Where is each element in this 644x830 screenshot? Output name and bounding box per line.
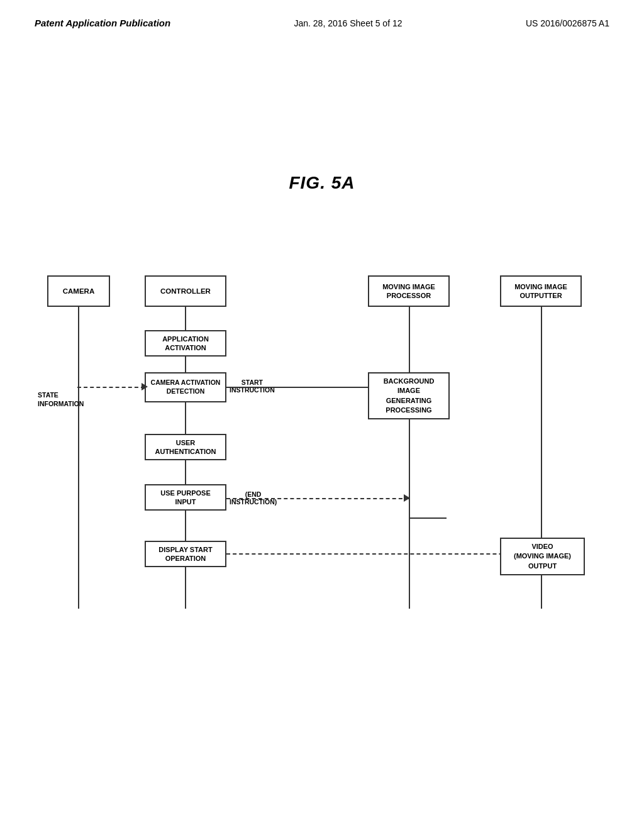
display-start-box: DISPLAY STARTOPERATION bbox=[145, 541, 226, 567]
end-instruction-arrow bbox=[226, 498, 409, 499]
figure-title: FIG. 5A bbox=[0, 173, 644, 193]
date-sheet-label: Jan. 28, 2016 Sheet 5 of 12 bbox=[294, 18, 402, 28]
camera-activation-box: CAMERA ACTIVATIONDETECTION bbox=[145, 372, 226, 402]
state-information-label: STATEINFORMATION bbox=[38, 391, 84, 408]
use-purpose-box: USE PURPOSEINPUT bbox=[145, 484, 226, 511]
end-h-line bbox=[409, 517, 447, 519]
camera-lifeline bbox=[78, 307, 79, 609]
end-instruction-arrowhead bbox=[404, 494, 410, 502]
display-start-arrow bbox=[226, 553, 541, 555]
moving-image-processor-box: MOVING IMAGEPROCESSOR bbox=[368, 275, 450, 307]
patent-number-label: US 2016/0026875 A1 bbox=[526, 18, 609, 28]
camera-box: CAMERA bbox=[47, 275, 110, 307]
background-image-box: BACKGROUNDIMAGEGENERATINGPROCESSING bbox=[368, 372, 450, 419]
state-info-arrow bbox=[77, 387, 145, 388]
diagram-container: CAMERA CONTROLLER MOVING IMAGEPROCESSOR … bbox=[35, 270, 613, 622]
start-instruction-label: STARTINSTRUCTION bbox=[230, 379, 275, 394]
end-vertical-line bbox=[409, 503, 410, 519]
publication-label: Patent Application Publication bbox=[35, 18, 170, 28]
video-output-box: VIDEO(MOVING IMAGE)OUTPUT bbox=[500, 538, 585, 575]
state-info-arrowhead bbox=[142, 383, 148, 390]
controller-box: CONTROLLER bbox=[145, 275, 226, 307]
user-auth-box: USERAUTHENTICATION bbox=[145, 434, 226, 460]
page-header: Patent Application Publication Jan. 28, … bbox=[0, 0, 644, 28]
processor-lifeline bbox=[409, 307, 410, 609]
app-activation-box: APPLICATIONACTIVATION bbox=[145, 330, 226, 357]
moving-image-outputter-box: MOVING IMAGEOUTPUTTER bbox=[500, 275, 582, 307]
